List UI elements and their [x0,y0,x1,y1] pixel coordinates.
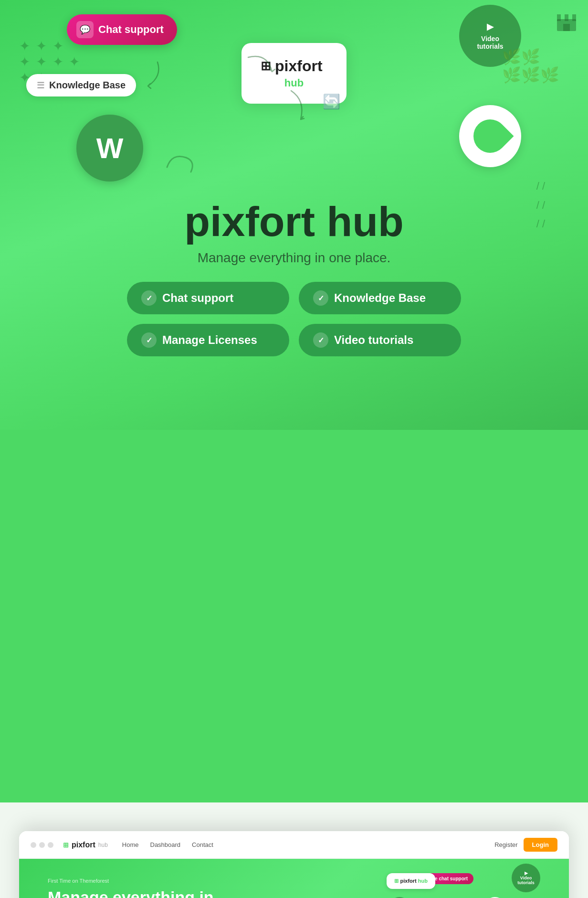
check-icon-video: ✓ [313,332,328,348]
fort-icon [555,10,578,39]
wordpress-logo: W [76,115,143,182]
swirl-left [162,148,200,182]
hero-section: ✦ ✦ ✦ ✦ ✦ ✦ ✦ ✦ ✦ 💬 Chat support ☰ Knowl… [0,0,588,430]
play-icon: ▶ [487,21,494,32]
chat-icon: 💬 [76,21,94,38]
login-button[interactable]: Login [524,838,557,852]
svg-rect-4 [563,24,570,31]
mini-brand-icon: ⊞ [394,878,399,884]
svg-rect-3 [572,14,576,21]
leaf-shape [467,113,514,160]
nav-dashboard[interactable]: Dashboard [150,841,181,848]
browser-brand-icon: ⊞ [63,841,69,849]
feature-video-label: Video tutorials [334,333,413,347]
browser-main-title: Manage everything in one place. [48,888,215,898]
nav-home[interactable]: Home [122,841,139,848]
check-icon-chat: ✓ [141,290,157,306]
browser-navbar: ⊞ pixfort hub Home Dashboard Contact Reg… [19,831,569,859]
chat-support-badge-top[interactable]: 💬 Chat support [67,14,177,45]
browser-nav-right: Register Login [494,838,557,852]
feature-video[interactable]: ✓ Video tutorials [299,324,461,356]
feature-chat-label: Chat support [162,291,233,305]
mini-play-icon: ▶ [525,871,528,876]
feature-licenses-label: Manage Licenses [162,333,257,347]
first-time-label: First Time on Themeforest [48,878,215,884]
mini-logo-card: ⊞ pixfort hub [387,873,435,889]
dot-max [48,842,53,848]
nav-contact[interactable]: Contact [192,841,213,848]
check-icon-kb: ✓ [313,290,328,306]
dot-min [39,842,45,848]
browser-hero-left: First Time on Themeforest Manage everyth… [48,878,215,898]
feature-chat[interactable]: ✓ Chat support [127,282,289,314]
leaves-decoration: 🌿🌿🌿🌿🌿 [502,48,559,84]
knowledge-base-badge[interactable]: ☰ Knowledge Base [26,74,136,96]
check-icon-licenses: ✓ [141,332,157,348]
feature-kb-label: Knowledge Base [334,291,426,305]
svg-rect-1 [557,14,561,21]
mini-video-badge: ▶ Video tutorials [512,864,540,892]
dashes-decoration: / / / / / / [536,177,545,234]
browser-dots [31,842,53,848]
arrow-decoration-1 [129,57,167,98]
browser-brand: ⊞ pixfort hub [63,841,108,849]
hero-title: pixfort hub [127,201,461,243]
browser-nav-links: Home Dashboard Contact [122,841,213,848]
feature-licenses[interactable]: ✓ Manage Licenses [127,324,289,356]
mockup-section: ⊞ pixfort hub Home Dashboard Contact Reg… [0,802,588,898]
svg-rect-2 [565,14,568,21]
kb-icon: ☰ [37,80,44,91]
mini-brand-sub: hub [418,878,428,884]
feature-kb[interactable]: ✓ Knowledge Base [299,282,461,314]
sync-icon: 🔄 [323,93,340,110]
leaf-logo [459,105,521,167]
hero-text-block: pixfort hub Manage everything in one pla… [127,201,461,266]
browser-window: ⊞ pixfort hub Home Dashboard Contact Reg… [19,831,569,898]
browser-hero: First Time on Themeforest Manage everyth… [19,859,569,898]
hero-subtitle: Manage everything in one place. [127,250,461,266]
browser-brand-hub: hub [98,842,108,848]
register-button[interactable]: Register [494,841,517,848]
arrow-decoration-3 [277,86,315,126]
features-grid: ✓ Chat support ✓ Knowledge Base ✓ Manage… [127,282,461,356]
dot-close [31,842,36,848]
